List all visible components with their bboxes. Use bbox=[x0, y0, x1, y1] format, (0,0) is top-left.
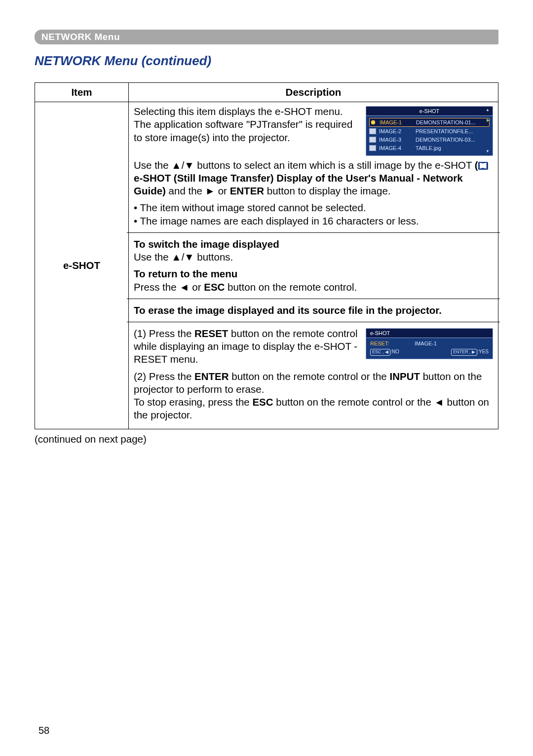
continued-note: (continued on next page) bbox=[35, 433, 498, 445]
para: To return to the menu Press the ◄ or ESC… bbox=[134, 267, 493, 293]
osd1-col-b: DEMONSTRATION-03... bbox=[416, 136, 475, 143]
manual-icon bbox=[478, 162, 488, 170]
eshot-reset-screenshot: e-SHOT RESET: IMAGE-1 ESC , ◀:NO ENTER ,… bbox=[366, 328, 493, 359]
image-icon bbox=[369, 145, 376, 151]
eshot-menu-screenshot: e-SHOT IMAGE-1 DEMONSTRATION-01... IMAGE… bbox=[366, 106, 493, 155]
page-number: 58 bbox=[38, 725, 49, 736]
item-eshot: e-SHOT bbox=[35, 102, 129, 429]
osd2-yes: ENTER , ▶:YES bbox=[451, 349, 489, 356]
osd1-row: IMAGE-1 DEMONSTRATION-01... bbox=[369, 118, 490, 127]
osd2-title: e-SHOT bbox=[366, 328, 493, 338]
osd2-no: ESC , ◀:NO bbox=[370, 349, 399, 356]
page-title: NETWORK Menu (continued) bbox=[35, 53, 498, 69]
step2: (2) Press the ENTER button on the remote… bbox=[134, 370, 493, 422]
osd1-col-a: IMAGE-2 bbox=[379, 128, 416, 135]
osd1-col-b: TABLE.jpg bbox=[416, 145, 441, 151]
subhead-erase: To erase the image displayed and its sou… bbox=[134, 304, 493, 317]
osd1-col-b: DEMONSTRATION-01... bbox=[416, 119, 476, 126]
description-table: Item Description e-SHOT e-SHOT IMAGE-1 D… bbox=[35, 82, 498, 429]
subhead-return: To return to the menu bbox=[134, 267, 493, 280]
osd2-body: RESET: IMAGE-1 ESC , ◀:NO ENTER , ▶:YES bbox=[366, 338, 493, 359]
osd2-reset-label: RESET: bbox=[370, 340, 415, 347]
divider bbox=[127, 322, 500, 322]
osd1-col-a: IMAGE-3 bbox=[379, 136, 416, 143]
image-icon bbox=[369, 128, 376, 134]
para: To switch the image displayed Use the ▲/… bbox=[134, 238, 493, 264]
divider bbox=[127, 299, 500, 299]
osd1-row: IMAGE-3 DEMONSTRATION-03... bbox=[369, 135, 490, 144]
col-description: Description bbox=[129, 83, 498, 102]
divider bbox=[127, 232, 500, 233]
osd1-row: IMAGE-4 TABLE.jpg bbox=[369, 144, 490, 152]
osd1-col-b: PRESENTATIONFILE... bbox=[416, 128, 473, 135]
osd1-title: e-SHOT bbox=[366, 106, 493, 115]
image-icon bbox=[369, 137, 376, 143]
breadcrumb-label: NETWORK Menu bbox=[41, 32, 120, 42]
para: Use the ▲/▼ buttons to select an item wh… bbox=[134, 159, 493, 198]
breadcrumb: NETWORK Menu bbox=[35, 30, 498, 44]
image-icon bbox=[370, 119, 377, 125]
osd1-col-a: IMAGE-4 bbox=[379, 145, 416, 151]
col-item: Item bbox=[35, 83, 129, 102]
desc-eshot: e-SHOT IMAGE-1 DEMONSTRATION-01... IMAGE… bbox=[129, 102, 498, 429]
subhead-switch: To switch the image displayed bbox=[134, 238, 493, 251]
para: • The item without image stored cannot b… bbox=[134, 201, 493, 227]
osd1-row: IMAGE-2 PRESENTATIONFILE... bbox=[369, 127, 490, 135]
osd1-col-a: IMAGE-1 bbox=[380, 119, 416, 126]
osd1-body: IMAGE-1 DEMONSTRATION-01... IMAGE-2 PRES… bbox=[366, 115, 493, 155]
osd2-reset-value: IMAGE-1 bbox=[415, 340, 437, 347]
